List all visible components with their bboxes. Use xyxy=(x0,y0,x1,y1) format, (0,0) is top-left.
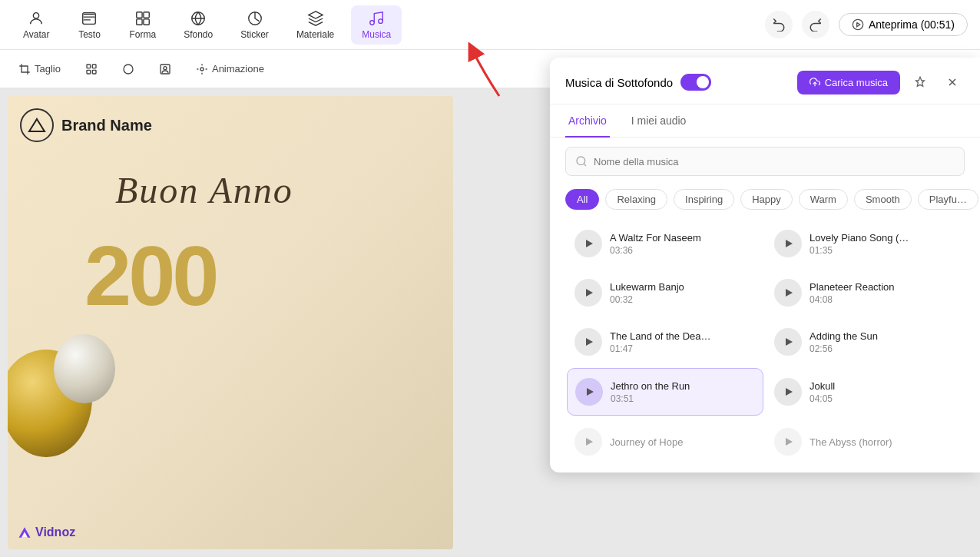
toolbar-item-forma[interactable]: Forma xyxy=(118,5,167,45)
toolbar-item-musica[interactable]: Musica xyxy=(351,5,402,45)
music-duration-4: 04:08 xyxy=(809,294,955,305)
close-panel-button[interactable] xyxy=(940,70,965,94)
music-item-1[interactable]: A Waltz For Naseem 03:36 xyxy=(567,220,763,267)
undo-button[interactable] xyxy=(765,11,793,38)
music-info-6: Adding the Sun 02:56 xyxy=(809,330,955,354)
music-item-5[interactable]: The Land of the Dea… 01:47 xyxy=(567,319,763,365)
vidnoz-label: Vidnoz xyxy=(35,526,75,539)
filter-all[interactable]: All xyxy=(565,189,599,210)
play-icon-2 xyxy=(786,240,793,247)
search-box[interactable] xyxy=(565,147,965,176)
music-info-5: The Land of the Dea… 01:47 xyxy=(610,330,756,354)
music-item-9[interactable]: Journey of Hope xyxy=(567,419,763,465)
music-item-7[interactable]: Jethro on the Run 03:51 xyxy=(567,368,763,416)
redo-button[interactable] xyxy=(802,11,829,38)
music-duration-8: 04:05 xyxy=(809,393,955,404)
toolbar-item-testo[interactable]: Testo xyxy=(66,5,112,45)
music-duration-2: 01:35 xyxy=(809,245,955,256)
toolbar-taglio[interactable]: Taglio xyxy=(12,60,67,78)
pin-button[interactable] xyxy=(908,70,932,94)
svg-line-27 xyxy=(584,164,586,166)
svg-rect-13 xyxy=(87,70,91,74)
play-icon-10 xyxy=(786,438,793,446)
svg-point-8 xyxy=(370,20,375,25)
toolbar-item-materiale[interactable]: Materiale xyxy=(286,5,345,45)
svg-point-26 xyxy=(577,157,585,165)
toolbar-item-sfondo[interactable]: Sfondo xyxy=(173,5,223,45)
musica-icon xyxy=(368,10,385,27)
music-list: A Waltz For Naseem 03:36 Lovely Piano So… xyxy=(550,219,980,466)
play-icon-5 xyxy=(586,338,593,346)
background-music-toggle[interactable] xyxy=(680,74,711,91)
preview-button[interactable]: Anteprima (00:51) xyxy=(839,13,968,36)
toolbar-dots[interactable] xyxy=(79,60,104,78)
music-item-3[interactable]: Lukewarm Banjo 00:32 xyxy=(567,270,763,316)
tab-miei-audio[interactable]: I miei audio xyxy=(628,105,690,138)
preview-label: Anteprima (00:51) xyxy=(869,18,955,31)
filter-warm[interactable]: Warm xyxy=(799,189,848,210)
close-icon xyxy=(946,76,958,88)
music-duration-5: 01:47 xyxy=(610,343,756,354)
toolbar-forma-label: Forma xyxy=(129,29,156,40)
music-info-1: A Waltz For Naseem 03:36 xyxy=(610,232,756,256)
toolbar-testo-label: Testo xyxy=(78,29,101,40)
music-info-10: The Abyss (horror) xyxy=(809,436,955,448)
filter-playful[interactable]: Playfu… xyxy=(918,189,978,210)
upload-music-button[interactable]: Carica musica xyxy=(797,71,900,94)
redo-icon xyxy=(809,18,823,31)
animazione-label: Animazione xyxy=(212,63,264,75)
play-button-7[interactable] xyxy=(575,378,603,406)
toolbar-animazione[interactable]: Animazione xyxy=(190,60,270,78)
svg-rect-2 xyxy=(137,12,142,17)
toolbar-sticker-label: Sticker xyxy=(240,29,269,40)
toolbar-materiale-label: Materiale xyxy=(296,29,334,40)
music-duration-6: 02:56 xyxy=(809,343,955,354)
filter-tags: All Relaxing Inspiring Happy Warm Smooth… xyxy=(550,185,980,219)
play-button-4[interactable] xyxy=(774,279,802,307)
tab-archivio[interactable]: Archivio xyxy=(565,105,610,138)
music-title-3: Lukewarm Banjo xyxy=(610,281,756,293)
play-button-5[interactable] xyxy=(574,328,602,356)
taglio-label: Taglio xyxy=(35,63,61,75)
play-icon-1 xyxy=(586,240,593,247)
toolbar-musica-label: Musica xyxy=(362,29,391,40)
sticker-icon xyxy=(247,10,263,27)
toolbar-person[interactable] xyxy=(153,60,177,78)
toolbar-item-sticker[interactable]: Sticker xyxy=(230,5,280,45)
svg-rect-3 xyxy=(144,12,149,17)
play-icon-6 xyxy=(786,338,793,346)
toolbar-circle[interactable] xyxy=(116,60,141,78)
testo-icon xyxy=(81,10,98,27)
music-title-10: The Abyss (horror) xyxy=(809,436,955,448)
filter-smooth[interactable]: Smooth xyxy=(854,189,912,210)
svg-point-18 xyxy=(200,68,204,71)
toolbar-avatar-label: Avatar xyxy=(23,29,49,40)
play-button-6[interactable] xyxy=(774,328,802,356)
play-button-2[interactable] xyxy=(774,230,802,257)
play-icon-3 xyxy=(586,289,593,297)
top-toolbar: Avatar Testo Forma Sfondo Sticker Materi… xyxy=(0,0,980,50)
music-title-5: The Land of the Dea… xyxy=(610,330,756,342)
filter-relaxing[interactable]: Relaxing xyxy=(605,189,667,210)
play-button-10[interactable] xyxy=(774,428,802,456)
play-icon-4 xyxy=(786,289,793,297)
music-item-10[interactable]: The Abyss (horror) xyxy=(766,419,963,465)
panel-tabs: Archivio I miei audio xyxy=(550,104,980,138)
music-item-8[interactable]: Jokull 04:05 xyxy=(766,368,963,416)
toolbar-item-avatar[interactable]: Avatar xyxy=(12,5,60,45)
filter-inspiring[interactable]: Inspiring xyxy=(674,189,734,210)
panel-header-left: Musica di Sottofondo xyxy=(565,74,711,91)
avatar-icon xyxy=(28,10,45,27)
play-button-3[interactable] xyxy=(574,279,602,307)
play-button-1[interactable] xyxy=(574,230,602,257)
music-item-4[interactable]: Planeteer Reaction 04:08 xyxy=(766,270,963,316)
music-item-6[interactable]: Adding the Sun 02:56 xyxy=(766,319,963,365)
undo-icon xyxy=(772,18,786,31)
play-button-9[interactable] xyxy=(574,428,602,456)
panel-title: Musica di Sottofondo xyxy=(565,76,673,89)
music-item-2[interactable]: Lovely Piano Song (… 01:35 xyxy=(766,220,963,267)
filter-happy[interactable]: Happy xyxy=(740,189,793,210)
music-title-1: A Waltz For Naseem xyxy=(610,232,756,244)
search-input[interactable] xyxy=(594,156,955,167)
play-button-8[interactable] xyxy=(774,378,802,406)
